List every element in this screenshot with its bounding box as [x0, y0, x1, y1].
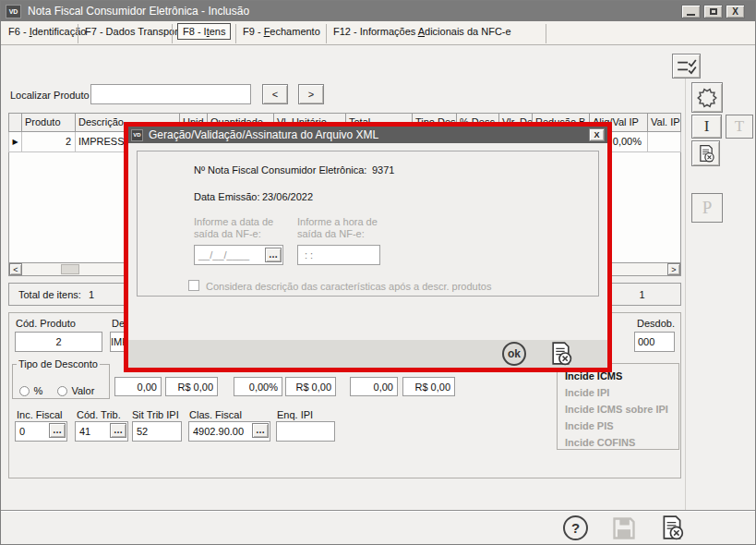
tab-separator: [326, 24, 327, 43]
xml-generation-dialog: VD Geração/Validação/Assinatura do Arqui…: [124, 122, 612, 372]
window-title: Nota Fiscal Consumidor Eletrônica - Incl…: [28, 5, 249, 18]
tab-itens[interactable]: F8 - Itens: [177, 23, 231, 40]
tab-identificacao[interactable]: F6 - Identificação: [8, 26, 86, 37]
incide-listbox: Incide ICMS Incide IPI Incide ICMS sobre…: [557, 363, 679, 450]
characteristics-checkbox-label: Considera descrição das características …: [206, 281, 491, 292]
cod-trib-browse-button[interactable]: …: [110, 423, 126, 438]
vl-desconto-field[interactable]: [285, 377, 336, 396]
tab-separator: [78, 24, 78, 43]
inc-fiscal-browse-button[interactable]: …: [49, 423, 66, 438]
close-icon: X: [594, 130, 599, 139]
footer-divider: [1, 510, 756, 512]
radio-icon: [57, 386, 67, 396]
letter-p-icon: P: [702, 198, 713, 218]
radio-icon: [19, 386, 30, 396]
cancel-button[interactable]: [659, 515, 685, 544]
right-arrow-icon: >: [671, 265, 676, 274]
tab-informacoes-adicionais[interactable]: F12 - Informações Adicionais da NFC-e: [333, 26, 511, 37]
minimize-button[interactable]: [681, 5, 701, 18]
scrollbar-thumb[interactable]: [61, 264, 79, 274]
enq-ipi-field[interactable]: [276, 421, 335, 442]
dialog-title: Geração/Validação/Assinatura do Arquivo …: [149, 128, 589, 141]
clas-fiscal-label: Clas. Fiscal: [189, 409, 242, 420]
incide-item-cofins[interactable]: Incide COFINS: [565, 434, 678, 451]
close-icon: X: [732, 6, 738, 17]
cod-trib-wrap: …: [75, 421, 128, 442]
incide-item-icms-sobre-ipi[interactable]: Incide ICMS sobre IPI: [565, 401, 678, 418]
totals-quantity-value: 1: [639, 289, 644, 300]
total-item-field[interactable]: [402, 377, 455, 396]
clas-fiscal-browse-button[interactable]: …: [252, 423, 269, 438]
app-logo-icon: VD: [6, 5, 21, 18]
enq-ipi-label: Enq. IPI: [277, 409, 313, 420]
dialog-cancel-button[interactable]: [548, 341, 573, 369]
help-button[interactable]: ?: [563, 515, 588, 540]
tipo-desconto-group: Tipo de Desconto % Valor: [12, 358, 110, 399]
tipo-desconto-legend: Tipo de Desconto: [17, 358, 100, 369]
incide-item-ipi[interactable]: Incide IPI: [565, 384, 678, 401]
dialog-close-button[interactable]: X: [589, 128, 605, 141]
radio-valor[interactable]: Valor: [57, 382, 94, 398]
incide-item-pis[interactable]: Incide PIS: [565, 418, 678, 434]
scroll-left-button[interactable]: <: [9, 263, 22, 275]
seal-icon: [697, 88, 717, 108]
inc-fiscal-label: Inc. Fiscal: [17, 409, 63, 420]
radio-percent[interactable]: %: [19, 382, 42, 398]
document-cancel-icon: [548, 341, 573, 366]
search-input[interactable]: [90, 84, 251, 104]
cod-trib-label: Cód. Trib.: [77, 409, 121, 420]
desdob-label: Desdob.: [637, 318, 675, 329]
characteristics-checkbox[interactable]: [188, 280, 199, 291]
dialog-title-bar: VD Geração/Validação/Assinatura do Arqui…: [128, 127, 607, 143]
ok-button[interactable]: ok: [502, 342, 526, 366]
close-button[interactable]: X: [726, 5, 745, 18]
tab-bar: F6 - Identificação F7 - Dados Transporte…: [1, 21, 756, 45]
left-arrow-icon: <: [13, 265, 18, 274]
letter-t-icon: T: [735, 117, 744, 136]
nf-number-value: 9371: [372, 164, 394, 176]
title-bar: VD Nota Fiscal Consumidor Eletrônica - I…: [1, 1, 756, 21]
sit-trib-ipi-label: Sit Trib IPI: [132, 409, 179, 420]
letter-i-icon: I: [704, 117, 710, 136]
cancel-document-button[interactable]: [691, 140, 720, 166]
vl-unitario-field[interactable]: [165, 377, 218, 396]
print-button-disabled: P: [691, 193, 723, 223]
emission-date-label: Data Emissão:: [194, 191, 260, 202]
tab-separator: [235, 24, 236, 43]
tab-fechamento[interactable]: F9 - Fechamento: [243, 26, 320, 37]
reducao-field[interactable]: [350, 377, 398, 396]
clas-fiscal-wrap: …: [188, 421, 270, 442]
totals-label: Total de itens:: [18, 289, 81, 300]
left-arrow-icon: <: [272, 89, 278, 100]
exit-date-browse-button[interactable]: …: [265, 248, 282, 262]
certificate-button[interactable]: [691, 82, 723, 113]
perc-desconto-field[interactable]: [234, 377, 282, 396]
row-marker-icon: ▶: [8, 132, 21, 152]
maximize-button[interactable]: [703, 5, 723, 18]
exit-date-label-line2: saída da NF-e:: [194, 228, 261, 239]
next-product-button[interactable]: >: [298, 84, 324, 104]
save-floppy-icon: [611, 515, 637, 541]
italic-i-button[interactable]: I: [691, 115, 722, 139]
exit-time-input[interactable]: : :: [297, 245, 380, 265]
column-header-val-ipi: Val. IP: [647, 113, 681, 132]
maximize-icon: [710, 8, 717, 15]
prev-product-button[interactable]: <: [262, 84, 288, 104]
tab-separator: [172, 24, 173, 43]
search-label: Localizar Produto: [10, 90, 90, 101]
cell-val-ipi: [647, 132, 681, 152]
dialog-logo-icon: VD: [131, 129, 143, 141]
tab-separator: [546, 24, 546, 43]
scroll-right-button[interactable]: >: [667, 263, 680, 275]
cod-produto-field[interactable]: [15, 332, 102, 352]
quantidade-field[interactable]: [114, 377, 162, 396]
desdob-field[interactable]: [634, 332, 675, 352]
emission-date-value: 23/06/2022: [262, 191, 313, 202]
confirm-items-button[interactable]: [672, 54, 701, 79]
dialog-button-strip: ok: [128, 340, 607, 368]
letter-t-button-disabled: T: [726, 115, 753, 139]
list-check-icon: [676, 58, 698, 75]
cod-produto-label: Cód. Produto: [16, 318, 76, 329]
sit-trib-ipi-field[interactable]: [132, 421, 182, 442]
dialog-inner-panel: Nº Nota Fiscal Consumidor Eletrônica: 93…: [137, 151, 599, 297]
